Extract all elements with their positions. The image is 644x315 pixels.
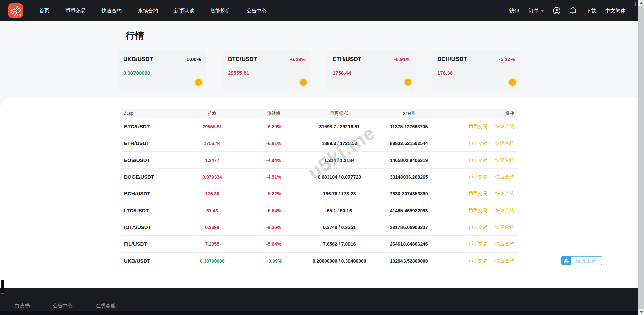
pair-name: BCH/USDT	[121, 191, 180, 196]
card-pair-label: BTC/USDT	[228, 56, 257, 63]
nav-item-mining[interactable]: 智能挖矿	[210, 8, 230, 14]
card-pair-label: UKB/USDT	[123, 56, 153, 63]
drag-upload-widget[interactable]: 拖拽上传	[561, 256, 602, 265]
fast-contract-link[interactable]: 快速合约	[495, 241, 514, 246]
pair-high-low: 0.3749 / 0.3351	[304, 225, 375, 230]
card-price-value: 1756.44	[333, 70, 410, 76]
nav-item-spot-trade[interactable]: 币币交易	[65, 8, 86, 14]
market-cards: UKB/USDT 0.00% 0.30700000 → BTC/USDT -6.…	[118, 50, 537, 89]
pair-change: -4.51%	[244, 174, 304, 180]
pair-price: 176.36	[180, 191, 244, 196]
table-row-bch: BCH/USDT 176.36 -5.22% 186.76 / 173.28 7…	[121, 185, 518, 202]
pair-volume: 1465802.9406319	[375, 158, 442, 163]
pair-name: EOS/USDT	[121, 157, 180, 163]
fast-contract-link[interactable]: 快速合约	[495, 258, 514, 263]
main-menu: 首页 币币交易 快速合约 永续合约 新币认购 智能挖矿 公告中心	[39, 8, 283, 14]
page-title: 行情	[126, 30, 145, 42]
pair-price: 29555.81	[180, 124, 244, 129]
card-change-value: -6.29%	[289, 56, 306, 62]
footer-link-support[interactable]: 在线客服	[96, 303, 116, 309]
notifications-button[interactable]	[570, 7, 577, 15]
pair-change: -5.22%	[244, 191, 304, 196]
market-card-bch[interactable]: BCH/USDT -5.22% 176.36 →	[432, 50, 520, 89]
triangle-down-icon	[640, 311, 643, 313]
fast-contract-link[interactable]: 快速合约	[495, 124, 514, 129]
fast-contract-link[interactable]: 快速合约	[495, 157, 514, 163]
card-price-value: 0.30700000	[123, 70, 201, 76]
profile-button[interactable]	[553, 7, 561, 15]
logo-text: LA	[17, 14, 21, 17]
pair-volume: 88833.521562544	[375, 141, 442, 146]
nav-item-announcements[interactable]: 公告中心	[247, 8, 267, 14]
pair-name: ETH/USDT	[121, 140, 180, 146]
drag-upload-label[interactable]: 拖拽上传	[571, 256, 602, 265]
side-toolbar-handle[interactable]	[0, 279, 4, 295]
card-change-value: 0.00%	[186, 56, 201, 62]
fast-contract-link[interactable]: 快速合约	[495, 174, 514, 179]
pair-name: BTC/USDT	[121, 124, 180, 129]
spot-trade-link[interactable]: 币币交易	[469, 140, 487, 146]
spot-trade-link[interactable]: 币币交易	[469, 224, 487, 230]
pair-volume: 132943.52860000	[375, 258, 442, 264]
card-change-value: -6.91%	[394, 56, 410, 62]
spot-trade-link[interactable]: 币币交易	[469, 258, 487, 263]
pair-high-low: 0.20000000 / 0.30400000	[304, 258, 375, 264]
pair-name: DOGE/USDT	[121, 174, 180, 180]
pair-high-low: 0.083104 / 0.077723	[304, 174, 375, 180]
nav-item-perpetual[interactable]: 永续合约	[138, 8, 158, 14]
nav-item-new-coin[interactable]: 新币认购	[174, 8, 194, 14]
card-go-button[interactable]: →	[405, 79, 411, 86]
cloud-share-icon	[561, 256, 571, 265]
table-row-iota: IOTA/USDT 0.3398 -9.36% 0.3749 / 0.3351 …	[121, 219, 518, 236]
market-card-ukb[interactable]: UKB/USDT 0.00% 0.30700000 →	[118, 50, 206, 89]
spot-trade-link[interactable]: 币币交易	[469, 241, 487, 246]
pair-change: -4.94%	[244, 158, 304, 163]
col-change: 涨跌幅	[244, 110, 304, 117]
pair-high-low: 31598.7 / 29216.61	[304, 124, 375, 129]
scroll-up-button[interactable]	[638, 0, 644, 6]
market-table: 名称 价格 涨跌幅 最高/最低 24H量 操作 BTC/USDT 29555.8…	[121, 109, 518, 269]
pair-high-low: 7.6582 / 7.0016	[304, 241, 375, 247]
pair-price: 7.2355	[180, 241, 244, 247]
market-card-eth[interactable]: ETH/USDT -6.91% 1756.44 →	[327, 50, 416, 89]
nav-item-home[interactable]: 首页	[39, 8, 49, 14]
brand-logo[interactable]: LA	[8, 3, 23, 18]
orders-link[interactable]: 订单	[529, 8, 544, 14]
card-go-button[interactable]: →	[195, 79, 202, 86]
pair-change: -5.04%	[244, 241, 304, 247]
market-card-btc[interactable]: BTC/USDT -6.29% 29555.81 →	[223, 50, 311, 89]
table-row-doge: DOGE/USDT 0.079334 -4.51% 0.083104 / 0.0…	[121, 169, 518, 185]
pair-volume: 7830.7074353899	[375, 191, 442, 196]
triangle-up-icon	[640, 2, 643, 4]
spot-trade-link[interactable]: 币币交易	[469, 157, 487, 163]
page: LA 首页 币币交易 快速合约 永续合约 新币认购 智能挖矿 公告中心 钱包 订…	[0, 0, 644, 315]
spot-trade-link[interactable]: 币币交易	[469, 174, 487, 179]
page-scrollbar[interactable]	[638, 0, 644, 315]
card-price-value: 176.36	[437, 70, 515, 76]
footer-link-whitepaper[interactable]: 白皮书	[15, 303, 30, 309]
card-go-button[interactable]: →	[509, 79, 516, 86]
pair-change: -6.91%	[244, 141, 304, 146]
fast-contract-link[interactable]: 快速合约	[495, 208, 514, 213]
fast-contract-link[interactable]: 快速合约	[495, 224, 514, 230]
language-selector[interactable]: 中文简体	[605, 8, 626, 14]
navbar-right: 钱包 订单 下载 中文简体	[509, 7, 626, 15]
col-high-low: 最高/最低	[304, 110, 375, 117]
spot-trade-link[interactable]: 币币交易	[469, 124, 487, 129]
footer-link-announcements[interactable]: 公告中心	[53, 303, 73, 309]
fast-contract-link[interactable]: 快速合约	[495, 191, 514, 196]
card-go-button[interactable]: →	[300, 79, 307, 86]
pair-change: -5.54%	[244, 208, 304, 213]
bell-icon	[570, 7, 577, 15]
download-link[interactable]: 下载	[586, 8, 596, 14]
card-change-value: -5.22%	[499, 56, 515, 62]
nav-item-fast-contract[interactable]: 快速合约	[102, 8, 122, 14]
spot-trade-link[interactable]: 币币交易	[469, 191, 487, 196]
pair-volume: 281786.06903337	[375, 225, 442, 230]
fast-contract-link[interactable]: 快速合约	[495, 140, 514, 146]
spot-trade-link[interactable]: 币币交易	[469, 208, 487, 213]
scroll-down-button[interactable]	[638, 309, 644, 315]
wallet-link[interactable]: 钱包	[509, 8, 519, 14]
pair-name: UKB/USDT	[121, 258, 180, 264]
table-header: 名称 价格 涨跌幅 最高/最低 24H量 操作	[121, 109, 518, 118]
